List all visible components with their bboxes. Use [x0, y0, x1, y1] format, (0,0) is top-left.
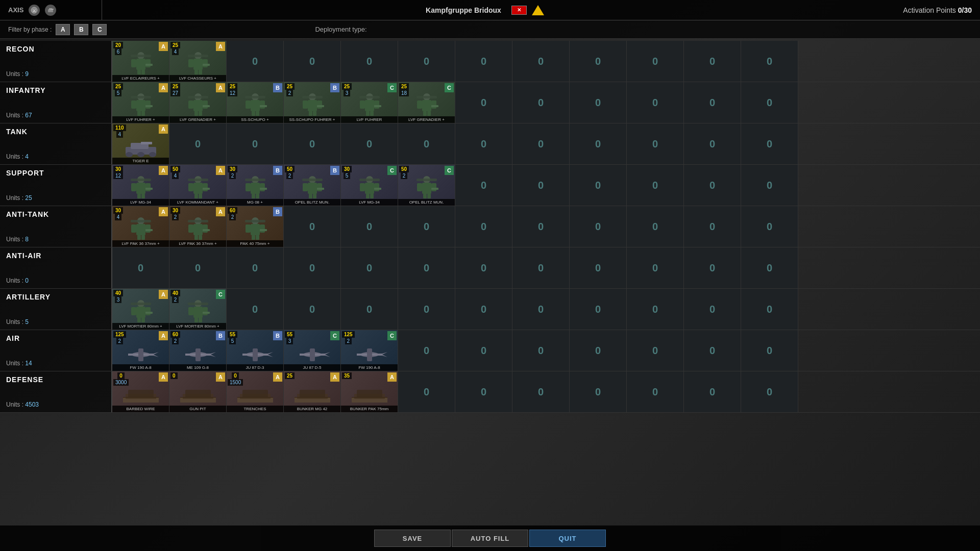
unit-cell-6-4[interactable]: 0: [341, 289, 398, 330]
unit-cell-0-8[interactable]: 0: [570, 41, 627, 82]
unit-cell-3-6[interactable]: 0: [455, 165, 512, 206]
unit-cell-0-7[interactable]: 0: [512, 41, 570, 82]
unit-cell-0-4[interactable]: 0: [341, 41, 398, 82]
unit-cell-2-0[interactable]: 110 4 A TIGER E: [112, 123, 169, 164]
unit-cell-4-10[interactable]: 0: [684, 206, 741, 247]
unit-cell-3-8[interactable]: 0: [570, 165, 627, 206]
unit-cell-6-1[interactable]: 40 2 C LVF MORTIER 80mm +: [169, 289, 227, 330]
unit-cell-2-5[interactable]: 0: [398, 123, 455, 164]
unit-cell-2-1[interactable]: 0: [169, 123, 227, 164]
unit-cell-8-8[interactable]: 0: [570, 371, 627, 412]
unit-cell-6-2[interactable]: 0: [227, 289, 284, 330]
unit-cell-4-4[interactable]: 0: [341, 206, 398, 247]
unit-cell-4-9[interactable]: 0: [627, 206, 684, 247]
unit-cell-0-9[interactable]: 0: [627, 41, 684, 82]
unit-cell-5-11[interactable]: 0: [741, 247, 798, 288]
unit-cell-5-10[interactable]: 0: [684, 247, 741, 288]
unit-cell-2-10[interactable]: 0: [684, 123, 741, 164]
unit-cell-2-7[interactable]: 0: [512, 123, 570, 164]
unit-cell-5-6[interactable]: 0: [455, 247, 512, 288]
unit-cell-3-2[interactable]: 30 2 B MG 08 +: [227, 165, 284, 206]
unit-cell-3-11[interactable]: 0: [741, 165, 798, 206]
unit-cell-1-6[interactable]: 0: [455, 82, 512, 123]
unit-cell-7-4[interactable]: 125 2 C FW 190 A-8: [341, 330, 398, 371]
unit-cell-4-5[interactable]: 0: [398, 206, 455, 247]
unit-cell-7-3[interactable]: 55 3 C JU 87 D-5: [284, 330, 341, 371]
unit-cell-2-3[interactable]: 0: [284, 123, 341, 164]
unit-cell-4-7[interactable]: 0: [512, 206, 570, 247]
unit-cell-8-3[interactable]: 25 A BUNKER MG 42: [284, 371, 341, 412]
unit-cell-3-9[interactable]: 0: [627, 165, 684, 206]
unit-cell-2-4[interactable]: 0: [341, 123, 398, 164]
unit-cell-7-5[interactable]: 0: [398, 330, 455, 371]
quit-button[interactable]: QUIT: [529, 530, 606, 547]
unit-cell-0-0[interactable]: 20 6 A LVF ECLAIREURS +: [112, 41, 169, 82]
unit-cell-2-2[interactable]: 0: [227, 123, 284, 164]
unit-cell-0-2[interactable]: 0: [227, 41, 284, 82]
unit-cell-1-5[interactable]: 25 18 C LVF GRENADIER +: [398, 82, 455, 123]
unit-cell-0-3[interactable]: 0: [284, 41, 341, 82]
unit-cell-8-9[interactable]: 0: [627, 371, 684, 412]
unit-cell-7-9[interactable]: 0: [627, 330, 684, 371]
unit-cell-5-0[interactable]: 0: [112, 247, 169, 288]
unit-cell-3-3[interactable]: 50 2 B OPEL BLITZ MUN.: [284, 165, 341, 206]
phase-c-button[interactable]: C: [92, 24, 107, 35]
unit-cell-1-8[interactable]: 0: [570, 82, 627, 123]
unit-cell-6-6[interactable]: 0: [455, 289, 512, 330]
unit-cell-6-5[interactable]: 0: [398, 289, 455, 330]
unit-cell-2-11[interactable]: 0: [741, 123, 798, 164]
unit-cell-3-7[interactable]: 0: [512, 165, 570, 206]
unit-cell-5-8[interactable]: 0: [570, 247, 627, 288]
unit-cell-3-10[interactable]: 0: [684, 165, 741, 206]
unit-cell-6-9[interactable]: 0: [627, 289, 684, 330]
unit-cell-6-10[interactable]: 0: [684, 289, 741, 330]
unit-cell-0-10[interactable]: 0: [684, 41, 741, 82]
unit-cell-8-7[interactable]: 0: [512, 371, 570, 412]
unit-cell-6-7[interactable]: 0: [512, 289, 570, 330]
unit-cell-4-11[interactable]: 0: [741, 206, 798, 247]
unit-cell-5-3[interactable]: 0: [284, 247, 341, 288]
unit-cell-7-11[interactable]: 0: [741, 330, 798, 371]
unit-cell-7-1[interactable]: 60 2 B ME 109 G-8: [169, 330, 227, 371]
unit-cell-2-8[interactable]: 0: [570, 123, 627, 164]
unit-cell-8-5[interactable]: 0: [398, 371, 455, 412]
autofill-button[interactable]: AUTO FILL: [452, 530, 528, 547]
unit-cell-8-4[interactable]: 35 A BUNKER PAK 75mm: [341, 371, 398, 412]
unit-cell-8-6[interactable]: 0: [455, 371, 512, 412]
unit-cell-6-8[interactable]: 0: [570, 289, 627, 330]
unit-cell-7-0[interactable]: 125 2 A FW 190 A-8: [112, 330, 169, 371]
unit-cell-1-4[interactable]: 25 3 C LVF FUHRER: [341, 82, 398, 123]
unit-cell-5-4[interactable]: 0: [341, 247, 398, 288]
unit-cell-0-5[interactable]: 0: [398, 41, 455, 82]
unit-cell-1-1[interactable]: 25 27 A LVF GRENADIER +: [169, 82, 227, 123]
unit-cell-4-0[interactable]: 30 4 A LVF PAK 36 37mm +: [112, 206, 169, 247]
unit-cell-7-8[interactable]: 0: [570, 330, 627, 371]
unit-cell-6-0[interactable]: 40 3 A LVF MORTIER 80mm +: [112, 289, 169, 330]
unit-cell-0-6[interactable]: 0: [455, 41, 512, 82]
unit-cell-1-7[interactable]: 0: [512, 82, 570, 123]
unit-cell-8-11[interactable]: 0: [741, 371, 798, 412]
unit-cell-5-2[interactable]: 0: [227, 247, 284, 288]
unit-cell-4-2[interactable]: 60 2 B PAK 40 75mm +: [227, 206, 284, 247]
unit-cell-1-2[interactable]: 25 12 B SS-SCHUPO +: [227, 82, 284, 123]
unit-cell-3-0[interactable]: 30 12 A LVF MG-34: [112, 165, 169, 206]
unit-cell-3-5[interactable]: 50 2 C OPEL BLITZ MUN.: [398, 165, 455, 206]
unit-cell-0-1[interactable]: 25 4 A LVF CHASSEURS +: [169, 41, 227, 82]
unit-cell-7-10[interactable]: 0: [684, 330, 741, 371]
unit-cell-1-9[interactable]: 0: [627, 82, 684, 123]
unit-cell-5-7[interactable]: 0: [512, 247, 570, 288]
unit-cell-5-5[interactable]: 0: [398, 247, 455, 288]
unit-cell-8-2[interactable]: 0 1500 A TRENCHES: [227, 371, 284, 412]
unit-cell-8-10[interactable]: 0: [684, 371, 741, 412]
unit-cell-4-6[interactable]: 0: [455, 206, 512, 247]
save-button[interactable]: SAVE: [374, 530, 451, 547]
unit-cell-5-9[interactable]: 0: [627, 247, 684, 288]
unit-cell-7-2[interactable]: 55 5 B JU 87 D-3: [227, 330, 284, 371]
phase-a-button[interactable]: A: [56, 24, 70, 35]
unit-cell-3-4[interactable]: 30 5 C LVF MG-34: [341, 165, 398, 206]
unit-cell-4-8[interactable]: 0: [570, 206, 627, 247]
unit-cell-1-3[interactable]: 25 2 B SS-SCHUPO FUHRER +: [284, 82, 341, 123]
unit-cell-6-3[interactable]: 0: [284, 289, 341, 330]
unit-cell-3-1[interactable]: 50 4 A LVF KOMMANDANT +: [169, 165, 227, 206]
unit-cell-2-6[interactable]: 0: [455, 123, 512, 164]
